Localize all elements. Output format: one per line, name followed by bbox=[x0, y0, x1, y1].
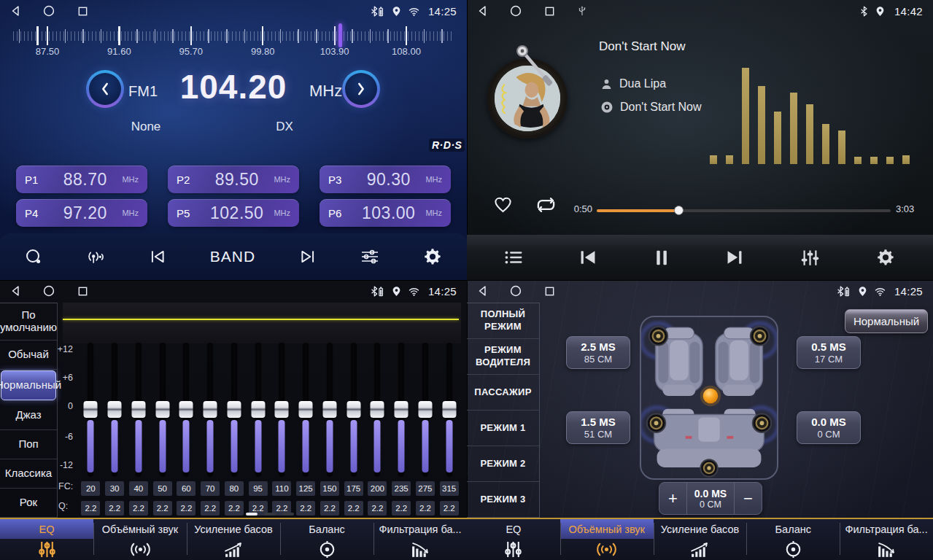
home-icon[interactable] bbox=[43, 5, 55, 17]
tab-0[interactable]: EQ bbox=[467, 519, 560, 560]
eq-band: 80 2.2 bbox=[222, 343, 247, 516]
eq-slider-handle[interactable] bbox=[442, 401, 456, 418]
eq-slider-handle[interactable] bbox=[155, 401, 169, 418]
preset-P2-button[interactable]: P2 89.50 MHz bbox=[168, 166, 299, 193]
home-icon[interactable] bbox=[43, 285, 55, 297]
preset-P4-button[interactable]: P4 97.20 MHz bbox=[16, 199, 147, 227]
preset-P1-button[interactable]: P1 88.70 MHz bbox=[16, 166, 147, 193]
progress-track[interactable] bbox=[597, 209, 891, 212]
back-icon[interactable] bbox=[477, 285, 487, 297]
delay-badge-front-left[interactable]: 2.5 MS 85 CM bbox=[566, 336, 630, 369]
eq-preset-item[interactable]: Обычай bbox=[0, 341, 57, 370]
preset-frequency: 97.20 bbox=[48, 203, 122, 223]
tab-0[interactable]: EQ bbox=[0, 519, 93, 560]
dial-freq-label: 87.50 bbox=[36, 46, 60, 57]
eq-preset-item[interactable]: Нормальный bbox=[1, 370, 56, 400]
eq-slider-fill bbox=[159, 420, 166, 472]
eq-curve-panel bbox=[63, 303, 461, 343]
status-bar: 14:42 bbox=[467, 0, 933, 22]
tab-3[interactable]: Баланс bbox=[280, 519, 373, 560]
listening-mode-item[interactable]: РЕЖИМ 3 bbox=[467, 482, 539, 518]
tab-1[interactable]: Объёмный звук bbox=[93, 519, 187, 560]
progress-thumb[interactable] bbox=[674, 206, 684, 215]
delay-badge-front-right[interactable]: 0.5 MS 17 CM bbox=[797, 336, 861, 369]
eq-slider-handle[interactable] bbox=[395, 401, 409, 418]
delay-decrease-button[interactable]: − bbox=[735, 483, 762, 514]
scan-icon[interactable] bbox=[25, 249, 42, 265]
settings-icon[interactable] bbox=[876, 248, 895, 267]
recents-icon[interactable] bbox=[77, 6, 88, 17]
surround-icon bbox=[560, 539, 654, 560]
page-dot bbox=[282, 513, 294, 516]
listening-mode-item[interactable]: ПАССАЖИР bbox=[467, 375, 539, 411]
tab-1[interactable]: Объёмный звук bbox=[560, 519, 654, 560]
rear-bench-seat bbox=[654, 409, 764, 467]
band-button[interactable]: BAND bbox=[210, 248, 255, 265]
tune-down-button[interactable] bbox=[86, 70, 124, 108]
dial-indicator[interactable] bbox=[338, 23, 342, 47]
recents-icon[interactable] bbox=[544, 286, 555, 297]
pause-icon[interactable] bbox=[654, 249, 670, 267]
eq-slider-handle[interactable] bbox=[179, 401, 193, 418]
preset-P6-button[interactable]: P6 103.00 MHz bbox=[320, 199, 451, 227]
previous-track-icon[interactable] bbox=[578, 249, 597, 266]
playlist-icon[interactable] bbox=[505, 250, 522, 265]
back-icon[interactable] bbox=[10, 285, 20, 297]
mixer-icon[interactable] bbox=[800, 249, 820, 267]
preset-P3-button[interactable]: P3 90.30 MHz bbox=[320, 166, 451, 193]
delay-increase-button[interactable]: + bbox=[659, 483, 686, 514]
previous-station-icon[interactable] bbox=[149, 249, 166, 265]
tune-sliders-icon[interactable] bbox=[360, 249, 379, 265]
eq-preset-item[interactable]: Классика bbox=[0, 459, 57, 489]
eq-slider-handle[interactable] bbox=[251, 401, 265, 418]
listening-mode-item[interactable]: РЕЖИМ 1 bbox=[467, 411, 539, 446]
dial-freq-label: 103.90 bbox=[320, 46, 349, 57]
sound-field-screen: 14:25 ПОЛНЫЙ РЕЖИМРЕЖИМ ВОДИТЕЛЯПАССАЖИР… bbox=[467, 280, 933, 560]
eq-preset-item[interactable]: Рок bbox=[0, 489, 57, 518]
listening-mode-item[interactable]: ПОЛНЫЙ РЕЖИМ bbox=[467, 303, 539, 339]
delay-cm: 17 CM bbox=[815, 354, 843, 365]
tab-2[interactable]: Усиление басов bbox=[654, 519, 747, 560]
recents-icon[interactable] bbox=[544, 6, 555, 17]
eq-slider-handle[interactable] bbox=[275, 401, 289, 418]
listening-mode-item[interactable]: РЕЖИМ ВОДИТЕЛЯ bbox=[467, 339, 539, 375]
eq-slider-handle[interactable] bbox=[371, 401, 384, 418]
eq-slider-handle[interactable] bbox=[131, 401, 145, 418]
tab-4[interactable]: Фильтрация ба... bbox=[373, 519, 467, 560]
car-seat-map[interactable] bbox=[640, 316, 778, 480]
delay-badge-rear-left[interactable]: 1.5 MS 51 CM bbox=[566, 411, 630, 444]
back-icon[interactable] bbox=[10, 5, 20, 17]
home-icon[interactable] bbox=[510, 5, 522, 17]
frequency-dial[interactable] bbox=[13, 26, 454, 45]
eq-slider-handle[interactable] bbox=[108, 401, 122, 418]
eq-slider-handle[interactable] bbox=[418, 401, 432, 418]
tab-4[interactable]: Фильтрация ба... bbox=[840, 519, 933, 560]
preset-P5-button[interactable]: P5 102.50 MHz bbox=[168, 199, 299, 227]
delay-badge-rear-right[interactable]: 0.0 MS 0 CM bbox=[797, 411, 861, 444]
eq-preset-item[interactable]: Поп bbox=[0, 430, 57, 459]
settings-icon[interactable] bbox=[423, 247, 442, 266]
eq-preset-item[interactable]: По умолчанию bbox=[0, 303, 57, 341]
next-station-icon[interactable] bbox=[299, 249, 317, 265]
repeat-icon[interactable] bbox=[534, 195, 558, 214]
eq-slider-handle[interactable] bbox=[299, 401, 313, 418]
broadcast-icon[interactable] bbox=[86, 249, 105, 264]
sound-preset-button[interactable]: Нормальный bbox=[845, 309, 928, 333]
favorite-icon[interactable] bbox=[493, 195, 513, 214]
listener-position-dot[interactable] bbox=[703, 389, 719, 404]
eq-preset-item[interactable]: Джаз bbox=[0, 401, 57, 430]
next-track-icon[interactable] bbox=[725, 249, 744, 266]
back-icon[interactable] bbox=[477, 5, 487, 17]
eq-slider-handle[interactable] bbox=[322, 401, 336, 418]
eq-slider-handle[interactable] bbox=[204, 401, 217, 418]
eq-slider-handle[interactable] bbox=[347, 401, 360, 418]
status-icons: 14:25 bbox=[371, 285, 457, 298]
eq-slider-handle[interactable] bbox=[84, 401, 98, 418]
eq-slider-handle[interactable] bbox=[227, 401, 241, 418]
tune-up-button[interactable] bbox=[342, 70, 380, 108]
recents-icon[interactable] bbox=[77, 286, 88, 297]
listening-mode-item[interactable]: РЕЖИМ 2 bbox=[467, 446, 539, 482]
tab-2[interactable]: Усиление басов bbox=[187, 519, 280, 560]
home-icon[interactable] bbox=[510, 285, 522, 297]
tab-3[interactable]: Баланс bbox=[746, 519, 840, 560]
